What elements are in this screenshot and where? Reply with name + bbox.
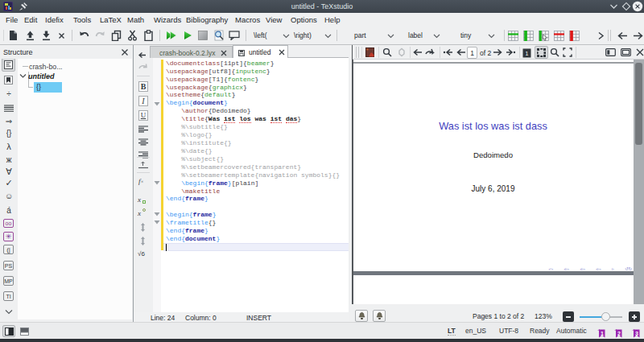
svg-text:1: 1 [526, 50, 529, 56]
svg-text:2: 2 [617, 331, 621, 336]
svg-text:3: 3 [635, 331, 638, 336]
svg-text:1: 1 [601, 331, 604, 336]
